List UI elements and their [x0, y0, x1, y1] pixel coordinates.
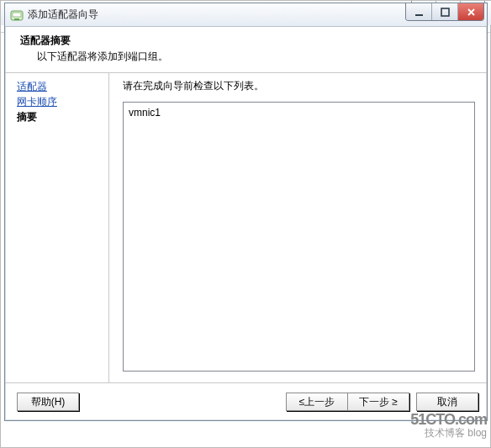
wizard-header: 适配器摘要 以下适配器将添加到端口组。 — [5, 27, 487, 73]
svg-rect-4 — [415, 14, 423, 16]
nav-button-group: ≤上一步 下一步 ≥ — [286, 393, 409, 411]
wizard-title: 添加适配器向导 — [28, 8, 98, 22]
app-icon — [10, 8, 24, 22]
svg-rect-5 — [441, 8, 449, 16]
help-button[interactable]: 帮助(H) — [17, 393, 79, 411]
nav-step-adapter[interactable]: 适配器 — [17, 79, 108, 94]
wizard-body: 适配器 网卡顺序 摘要 请在完成向导前检查以下列表。 vmnic1 — [5, 72, 487, 383]
maximize-button[interactable] — [431, 3, 457, 20]
header-subtitle: 以下适配器将添加到端口组。 — [37, 50, 477, 64]
wizard-content: 请在完成向导前检查以下列表。 vmnic1 — [109, 72, 487, 383]
wizard-nav: 适配器 网卡顺序 摘要 — [5, 72, 109, 383]
nav-step-nic-order[interactable]: 网卡顺序 — [17, 94, 108, 109]
list-item[interactable]: vmnic1 — [129, 106, 469, 119]
instruction-text: 请在完成向导前检查以下列表。 — [123, 79, 475, 93]
svg-rect-3 — [13, 13, 21, 17]
wizard-window-controls — [405, 3, 484, 21]
cancel-button[interactable]: 取消 — [416, 393, 478, 411]
header-title: 适配器摘要 — [20, 34, 477, 48]
minimize-button[interactable] — [406, 3, 431, 20]
nav-step-summary: 摘要 — [17, 109, 108, 124]
next-button[interactable]: 下一步 ≥ — [347, 393, 409, 411]
back-button[interactable]: ≤上一步 — [286, 393, 348, 411]
close-button[interactable] — [457, 3, 483, 20]
wizard-footer: 帮助(H) ≤上一步 下一步 ≥ 取消 — [5, 382, 487, 420]
wizard-window: 添加适配器向导 适配器摘要 以下适配器将添加到端口组。 适配器 网卡顺序 — [4, 3, 488, 421]
watermark-line2: 技术博客 blog — [425, 427, 487, 439]
summary-listbox[interactable]: vmnic1 — [123, 102, 475, 372]
wizard-titlebar: 添加适配器向导 — [5, 3, 487, 27]
